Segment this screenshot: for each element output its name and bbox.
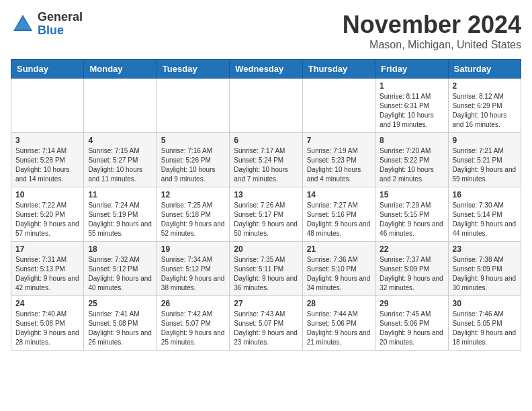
day-info: Sunrise: 7:20 AM Sunset: 5:22 PM Dayligh… xyxy=(380,146,443,184)
header-row: SundayMondayTuesdayWednesdayThursdayFrid… xyxy=(11,60,521,79)
day-info: Sunrise: 7:34 AM Sunset: 5:12 PM Dayligh… xyxy=(161,255,225,293)
logo-blue-text: Blue xyxy=(38,24,83,38)
day-number: 8 xyxy=(380,136,443,145)
day-number: 13 xyxy=(234,190,298,199)
header-cell-saturday: Saturday xyxy=(448,60,521,79)
day-info: Sunrise: 7:16 AM Sunset: 5:26 PM Dayligh… xyxy=(161,146,225,184)
day-cell: 19Sunrise: 7:34 AM Sunset: 5:12 PM Dayli… xyxy=(157,242,229,296)
day-cell: 25Sunrise: 7:41 AM Sunset: 5:08 PM Dayli… xyxy=(84,296,157,351)
day-cell: 8Sunrise: 7:20 AM Sunset: 5:22 PM Daylig… xyxy=(375,133,448,187)
day-number: 24 xyxy=(15,299,79,308)
day-info: Sunrise: 7:15 AM Sunset: 5:27 PM Dayligh… xyxy=(88,146,152,184)
day-number: 22 xyxy=(380,244,443,254)
day-info: Sunrise: 7:17 AM Sunset: 5:24 PM Dayligh… xyxy=(234,146,298,184)
day-number: 17 xyxy=(15,244,79,254)
day-cell: 10Sunrise: 7:22 AM Sunset: 5:20 PM Dayli… xyxy=(11,187,84,242)
calendar-table: SundayMondayTuesdayWednesdayThursdayFrid… xyxy=(11,59,521,351)
day-info: Sunrise: 7:44 AM Sunset: 5:06 PM Dayligh… xyxy=(307,310,371,347)
day-number: 28 xyxy=(307,299,371,308)
day-cell: 18Sunrise: 7:32 AM Sunset: 5:12 PM Dayli… xyxy=(84,242,157,296)
day-info: Sunrise: 7:45 AM Sunset: 5:06 PM Dayligh… xyxy=(380,310,443,347)
svg-marker-1 xyxy=(15,17,31,30)
day-cell: 6Sunrise: 7:17 AM Sunset: 5:24 PM Daylig… xyxy=(230,133,302,187)
day-number: 3 xyxy=(15,136,79,145)
day-number: 26 xyxy=(161,299,225,308)
header-cell-tuesday: Tuesday xyxy=(157,60,229,79)
header: General Blue November 2024 Mason, Michig… xyxy=(11,11,521,51)
day-cell: 22Sunrise: 7:37 AM Sunset: 5:09 PM Dayli… xyxy=(375,242,448,296)
day-cell xyxy=(11,79,84,133)
calendar-header: SundayMondayTuesdayWednesdayThursdayFrid… xyxy=(11,60,521,79)
page-container: General Blue November 2024 Mason, Michig… xyxy=(11,11,521,351)
day-number: 10 xyxy=(15,190,79,199)
day-cell xyxy=(157,79,229,133)
logo-general-text: General xyxy=(38,11,83,24)
day-number: 1 xyxy=(380,81,443,91)
day-cell: 28Sunrise: 7:44 AM Sunset: 5:06 PM Dayli… xyxy=(302,296,375,351)
day-number: 9 xyxy=(453,136,517,145)
day-cell: 26Sunrise: 7:42 AM Sunset: 5:07 PM Dayli… xyxy=(157,296,229,351)
day-number: 27 xyxy=(234,299,298,308)
day-number: 18 xyxy=(88,244,152,254)
day-cell: 29Sunrise: 7:45 AM Sunset: 5:06 PM Dayli… xyxy=(375,296,448,351)
day-number: 5 xyxy=(161,136,225,145)
day-cell: 5Sunrise: 7:16 AM Sunset: 5:26 PM Daylig… xyxy=(157,133,229,187)
logo: General Blue xyxy=(11,11,83,38)
day-info: Sunrise: 7:37 AM Sunset: 5:09 PM Dayligh… xyxy=(380,255,443,293)
day-number: 12 xyxy=(161,190,225,199)
header-cell-thursday: Thursday xyxy=(302,60,375,79)
day-number: 6 xyxy=(234,136,298,145)
day-info: Sunrise: 7:26 AM Sunset: 5:17 PM Dayligh… xyxy=(234,201,298,238)
day-cell: 15Sunrise: 7:29 AM Sunset: 5:15 PM Dayli… xyxy=(375,187,448,242)
day-info: Sunrise: 7:32 AM Sunset: 5:12 PM Dayligh… xyxy=(88,255,152,293)
day-info: Sunrise: 7:14 AM Sunset: 5:28 PM Dayligh… xyxy=(15,146,79,184)
week-row-5: 24Sunrise: 7:40 AM Sunset: 5:08 PM Dayli… xyxy=(11,296,521,351)
day-info: Sunrise: 7:25 AM Sunset: 5:18 PM Dayligh… xyxy=(161,201,225,238)
day-info: Sunrise: 7:40 AM Sunset: 5:08 PM Dayligh… xyxy=(15,310,79,347)
day-info: Sunrise: 7:29 AM Sunset: 5:15 PM Dayligh… xyxy=(380,201,443,238)
day-number: 14 xyxy=(307,190,371,199)
week-row-1: 1Sunrise: 8:11 AM Sunset: 6:31 PM Daylig… xyxy=(11,79,521,133)
week-row-4: 17Sunrise: 7:31 AM Sunset: 5:13 PM Dayli… xyxy=(11,242,521,296)
day-cell: 1Sunrise: 8:11 AM Sunset: 6:31 PM Daylig… xyxy=(375,79,448,133)
day-info: Sunrise: 8:11 AM Sunset: 6:31 PM Dayligh… xyxy=(380,92,443,130)
day-cell xyxy=(84,79,157,133)
day-number: 25 xyxy=(88,299,152,308)
day-cell: 17Sunrise: 7:31 AM Sunset: 5:13 PM Dayli… xyxy=(11,242,84,296)
day-cell: 4Sunrise: 7:15 AM Sunset: 5:27 PM Daylig… xyxy=(84,133,157,187)
day-cell: 3Sunrise: 7:14 AM Sunset: 5:28 PM Daylig… xyxy=(11,133,84,187)
day-number: 20 xyxy=(234,244,298,254)
day-cell: 2Sunrise: 8:12 AM Sunset: 6:29 PM Daylig… xyxy=(448,79,521,133)
day-info: Sunrise: 7:43 AM Sunset: 5:07 PM Dayligh… xyxy=(234,310,298,347)
day-info: Sunrise: 7:42 AM Sunset: 5:07 PM Dayligh… xyxy=(161,310,225,347)
calendar-body: 1Sunrise: 8:11 AM Sunset: 6:31 PM Daylig… xyxy=(11,79,521,351)
day-number: 11 xyxy=(88,190,152,199)
header-cell-friday: Friday xyxy=(375,60,448,79)
day-cell xyxy=(302,79,375,133)
day-info: Sunrise: 7:19 AM Sunset: 5:23 PM Dayligh… xyxy=(307,146,371,184)
day-cell: 30Sunrise: 7:46 AM Sunset: 5:05 PM Dayli… xyxy=(448,296,521,351)
day-info: Sunrise: 7:27 AM Sunset: 5:16 PM Dayligh… xyxy=(307,201,371,238)
day-number: 29 xyxy=(380,299,443,308)
day-number: 19 xyxy=(161,244,225,254)
week-row-2: 3Sunrise: 7:14 AM Sunset: 5:28 PM Daylig… xyxy=(11,133,521,187)
day-cell: 16Sunrise: 7:30 AM Sunset: 5:14 PM Dayli… xyxy=(448,187,521,242)
header-cell-wednesday: Wednesday xyxy=(230,60,302,79)
day-info: Sunrise: 7:38 AM Sunset: 5:09 PM Dayligh… xyxy=(453,255,517,293)
day-info: Sunrise: 7:36 AM Sunset: 5:10 PM Dayligh… xyxy=(307,255,371,293)
day-number: 2 xyxy=(453,81,517,91)
header-cell-monday: Monday xyxy=(84,60,157,79)
day-number: 16 xyxy=(453,190,517,199)
day-info: Sunrise: 7:35 AM Sunset: 5:11 PM Dayligh… xyxy=(234,255,298,293)
day-number: 30 xyxy=(453,299,517,308)
day-cell: 9Sunrise: 7:21 AM Sunset: 5:21 PM Daylig… xyxy=(448,133,521,187)
day-cell: 11Sunrise: 7:24 AM Sunset: 5:19 PM Dayli… xyxy=(84,187,157,242)
day-cell: 13Sunrise: 7:26 AM Sunset: 5:17 PM Dayli… xyxy=(230,187,302,242)
title-section: November 2024 Mason, Michigan, United St… xyxy=(343,11,521,51)
day-cell: 14Sunrise: 7:27 AM Sunset: 5:16 PM Dayli… xyxy=(302,187,375,242)
location: Mason, Michigan, United States xyxy=(343,39,521,51)
day-info: Sunrise: 8:12 AM Sunset: 6:29 PM Dayligh… xyxy=(453,92,517,130)
day-cell: 24Sunrise: 7:40 AM Sunset: 5:08 PM Dayli… xyxy=(11,296,84,351)
month-title: November 2024 xyxy=(343,11,521,39)
day-cell: 21Sunrise: 7:36 AM Sunset: 5:10 PM Dayli… xyxy=(302,242,375,296)
